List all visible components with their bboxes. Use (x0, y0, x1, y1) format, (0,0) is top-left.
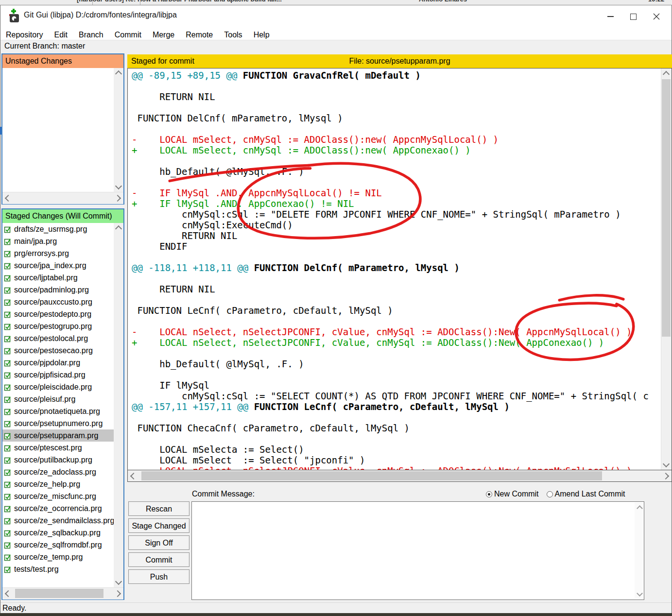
diff-vertical-scrollbar[interactable] (661, 68, 672, 470)
title-bar[interactable]: Git Gui (libjpa) D:/cdrom/fontes/integra… (0, 5, 672, 27)
file-row[interactable]: source/ze_adoclass.prg (2, 466, 123, 478)
maximize-button[interactable] (622, 7, 645, 26)
radio-amend-last-commit[interactable]: Amend Last Commit (547, 490, 625, 498)
file-row[interactable]: source/pjpfisicad.prg (2, 369, 123, 381)
checkbox-checked-icon[interactable] (4, 541, 12, 549)
file-row[interactable]: source/ze_help.prg (2, 478, 123, 490)
file-row[interactable]: source/ljptabel.prg (2, 272, 123, 284)
file-row[interactable]: source/pauxccusto.prg (2, 296, 123, 308)
file-row[interactable]: source/ze_temp.prg (2, 551, 123, 563)
staged-vertical-scrollbar[interactable] (114, 223, 123, 587)
checkbox-checked-icon[interactable] (4, 298, 12, 306)
checkbox-checked-icon[interactable] (4, 444, 12, 452)
checkbox-checked-icon[interactable] (4, 553, 12, 561)
file-row[interactable]: source/pleisuf.prg (2, 393, 123, 405)
file-row[interactable]: drafts/ze_usrmsg.prg (2, 223, 123, 235)
file-row[interactable]: source/pjpdolar.prg (2, 357, 123, 369)
file-row[interactable]: source/putilbackup.prg (2, 454, 123, 466)
scroll-down-icon[interactable] (661, 459, 671, 469)
checkbox-checked-icon[interactable] (4, 225, 12, 233)
scroll-up-icon[interactable] (114, 69, 123, 79)
checkbox-checked-icon[interactable] (4, 371, 12, 379)
file-row[interactable]: source/ze_sqlfromdbf.prg (2, 539, 123, 551)
checkbox-checked-icon[interactable] (4, 408, 12, 415)
menu-tools[interactable]: Tools (224, 29, 242, 41)
file-row[interactable]: tests/test.prg (2, 563, 123, 575)
checkbox-checked-icon[interactable] (4, 468, 12, 476)
file-row[interactable]: source/ze_sqlbackup.prg (2, 527, 123, 539)
checkbox-checked-icon[interactable] (4, 456, 12, 464)
file-row[interactable]: source/jpa_index.prg (2, 259, 123, 272)
file-row[interactable]: source/pestodepto.prg (2, 308, 123, 320)
file-row[interactable]: source/psetupparam.prg (2, 429, 123, 442)
file-row[interactable]: main/jpa.prg (2, 235, 123, 247)
checkbox-checked-icon[interactable] (4, 395, 12, 403)
minimize-button[interactable] (599, 7, 622, 26)
checkbox-checked-icon[interactable] (4, 310, 12, 318)
unstaged-file-list[interactable] (2, 68, 123, 192)
scroll-left-icon[interactable] (129, 471, 138, 481)
rescan-button[interactable]: Rescan (128, 501, 190, 516)
file-row[interactable]: source/psetupnumero.prg (2, 417, 123, 429)
scroll-right-icon[interactable] (661, 471, 671, 481)
file-row[interactable]: source/pestosecao.prg (2, 344, 123, 357)
unstaged-vertical-scrollbar[interactable] (114, 68, 123, 192)
file-row[interactable]: source/ptescest.prg (2, 442, 123, 454)
close-button[interactable] (645, 7, 668, 26)
staged-horizontal-scrollbar[interactable] (2, 587, 123, 599)
menu-commit[interactable]: Commit (115, 29, 141, 41)
diff-view[interactable]: @@ -89,15 +89,15 @@ FUNCTION GravaCnfRel… (128, 68, 661, 470)
scroll-down-icon[interactable] (114, 181, 123, 191)
checkbox-checked-icon[interactable] (4, 493, 12, 500)
checkbox-checked-icon[interactable] (4, 420, 12, 428)
checkbox-checked-icon[interactable] (4, 286, 12, 294)
checkbox-checked-icon[interactable] (4, 238, 12, 245)
file-row[interactable]: source/padminlog.prg (2, 284, 123, 296)
scroll-down-icon[interactable] (635, 588, 644, 598)
menu-edit[interactable]: Edit (54, 29, 68, 41)
file-row[interactable]: source/ze_ocorrencia.prg (2, 502, 123, 514)
unstaged-horizontal-scrollbar[interactable] (2, 192, 123, 204)
scroll-left-icon[interactable] (3, 589, 13, 599)
checkbox-checked-icon[interactable] (4, 335, 12, 342)
checkbox-checked-icon[interactable] (4, 359, 12, 367)
scroll-up-icon[interactable] (661, 69, 671, 79)
scrollbar-thumb[interactable] (662, 79, 671, 337)
stage-changed-button[interactable]: Stage Changed (128, 518, 190, 533)
scrollbar-thumb[interactable] (141, 471, 602, 480)
scrollbar-thumb[interactable] (15, 589, 103, 598)
checkbox-checked-icon[interactable] (4, 383, 12, 391)
menu-help[interactable]: Help (254, 29, 270, 41)
file-row[interactable]: source/pleiscidade.prg (2, 381, 123, 393)
scroll-down-icon[interactable] (114, 577, 123, 586)
checkbox-checked-icon[interactable] (4, 250, 12, 257)
checkbox-checked-icon[interactable] (4, 262, 12, 270)
message-vertical-scrollbar[interactable] (635, 502, 643, 599)
scroll-right-icon[interactable] (113, 589, 122, 599)
sign-off-button[interactable]: Sign Off (128, 535, 190, 550)
push-button[interactable]: Push (128, 569, 190, 584)
file-row[interactable]: source/pnotaetiqueta.prg (2, 405, 123, 417)
checkbox-checked-icon[interactable] (4, 517, 12, 525)
file-row[interactable]: source/ze_sendmailclass.prg (2, 514, 123, 527)
checkbox-checked-icon[interactable] (4, 323, 12, 330)
checkbox-checked-icon[interactable] (4, 432, 12, 440)
menu-branch[interactable]: Branch (79, 29, 103, 41)
menu-merge[interactable]: Merge (153, 29, 174, 41)
checkbox-checked-icon[interactable] (4, 565, 12, 573)
scroll-up-icon[interactable] (114, 224, 123, 234)
commit-button[interactable]: Commit (128, 552, 190, 567)
checkbox-checked-icon[interactable] (4, 480, 12, 488)
file-row[interactable]: source/pestogrupo.prg (2, 320, 123, 332)
menu-remote[interactable]: Remote (186, 29, 213, 41)
radio-new-commit[interactable]: New Commit (486, 490, 539, 498)
menu-repository[interactable]: Repository (6, 29, 43, 41)
file-row[interactable]: source/ze_miscfunc.prg (2, 490, 123, 502)
scroll-left-icon[interactable] (3, 193, 13, 203)
checkbox-checked-icon[interactable] (4, 274, 12, 282)
staged-file-list[interactable]: drafts/ze_usrmsg.prgmain/jpa.prgprg/erro… (2, 223, 123, 587)
checkbox-checked-icon[interactable] (4, 505, 12, 513)
checkbox-checked-icon[interactable] (4, 347, 12, 355)
checkbox-checked-icon[interactable] (4, 529, 12, 537)
scroll-up-icon[interactable] (635, 503, 644, 513)
